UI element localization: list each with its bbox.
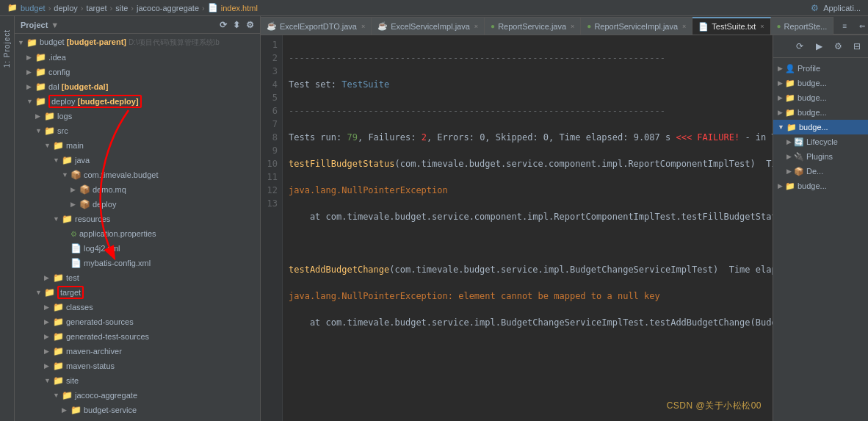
line-numbers: 1 2 3 4 5 6 7 8 9 10 11 12 13	[261, 35, 283, 421]
tree-item-logs[interactable]: ▶ 📁 logs	[15, 109, 260, 123]
settings-icon[interactable]: ⚙	[246, 20, 254, 30]
tree-item-demo-mq[interactable]: ▶ 📦 demo.mq	[15, 182, 260, 197]
editor-line-5: testFillBudgetStatus(com.timevale.budget…	[289, 157, 767, 170]
budget2-arrow: ▶	[778, 94, 783, 101]
tree-label-classes: classes	[66, 303, 93, 312]
breadcrumb-budget[interactable]: budget	[21, 4, 46, 12]
tab-close-report-impl[interactable]: ×	[682, 23, 686, 30]
maven-profile-item[interactable]: ▶ 👤 Profile	[773, 61, 868, 76]
maven-lifecycle[interactable]: ▶ 🔄 Lifecycle	[773, 134, 868, 149]
tab-icon-test-suite: 📄	[698, 22, 709, 32]
tree-item-dal[interactable]: ▶ 📁 dal [budget-dal]	[15, 79, 260, 94]
tree-item-jacoco-res[interactable]: ▶ 📁 jacoco-resources	[15, 417, 260, 421]
tab-action-btn1[interactable]: ≡	[836, 18, 853, 34]
maven-budget-active[interactable]: ▼ 📁 budge...	[773, 120, 868, 134]
tree-item-config[interactable]: ▶ 📁 config	[15, 65, 260, 79]
budget1-icon: 📁	[785, 79, 795, 88]
maven-deps[interactable]: ▶ 📦 De...	[773, 164, 868, 179]
tab-action-btn2[interactable]: ⇐	[854, 18, 868, 34]
tab-close-excel-export[interactable]: ×	[361, 23, 365, 30]
budget1-label: budge...	[798, 79, 827, 87]
tree-item-package-root[interactable]: ▼ 📦 com.timevale.budget	[15, 168, 260, 182]
tab-report-ste[interactable]: ● ReportSte...	[771, 17, 834, 35]
maven-run-btn[interactable]: ▶	[811, 38, 827, 54]
tab-label-test-suite: TestSuite.txt	[712, 22, 756, 31]
tab-test-suite[interactable]: 📄 TestSuite.txt ×	[692, 17, 770, 35]
tree-label-maven-arch: maven-archiver	[66, 347, 122, 356]
tree-label-budget-service: budget-service	[84, 406, 137, 414]
budget-last-label: budge...	[798, 181, 827, 190]
maven-budget-last[interactable]: ▶ 📁 budge...	[773, 179, 868, 193]
budget2-label: budge...	[798, 93, 827, 102]
breadcrumb-deploy[interactable]: deploy	[54, 4, 77, 12]
tree-item-target[interactable]: ▼ 📁 target	[15, 285, 260, 300]
tab-excel-service[interactable]: ☕ ExcelServiceImpl.java ×	[372, 17, 485, 35]
tab-report-service-impl[interactable]: ● ReportServiceImpl.java ×	[581, 17, 692, 35]
maven-budget-2[interactable]: ▶ 📁 budge...	[773, 90, 868, 105]
tab-excel-export[interactable]: ☕ ExcelExportDTO.java ×	[261, 17, 372, 35]
editor-line-3: ----------------------------------------…	[289, 104, 767, 118]
tree-label-java: java	[75, 156, 90, 165]
tree-label-gen-test-sources: generated-test-sources	[66, 332, 149, 341]
tree-item-main[interactable]: ▼ 📁 main	[15, 138, 260, 153]
maven-budget-1[interactable]: ▶ 📁 budge...	[773, 76, 868, 90]
lifecycle-arrow: ▶	[786, 138, 792, 145]
breadcrumb-site[interactable]: site	[115, 4, 128, 12]
editor-line-4: Tests run: 79, Failures: 2, Errors: 0, S…	[289, 131, 767, 144]
budget3-icon: 📁	[785, 108, 795, 118]
tree-item-mybatis[interactable]: ▶ 📄 mybatis-config.xml	[15, 256, 260, 270]
tree-item-site[interactable]: ▼ 📁 site	[15, 373, 260, 388]
editor-line-9: testAddBudgetChange(com.timevale.budget.…	[289, 263, 767, 276]
tree-item-deploy-pkg[interactable]: ▶ 📦 deploy	[15, 197, 260, 212]
maven-budget-3[interactable]: ▶ 📁 budge...	[773, 105, 868, 120]
tab-close-test-suite[interactable]: ×	[760, 23, 764, 30]
tree-item-java[interactable]: ▼ 📁 java	[15, 153, 260, 168]
breadcrumb-target[interactable]: target	[86, 4, 106, 12]
tree-item-root[interactable]: ▼ 📁 budget [budget-parent] D:\项目代码\预算管理系…	[15, 35, 260, 50]
project-vertical-tab[interactable]: 1: Project	[1, 24, 12, 73]
editor-tabs: ☕ ExcelExportDTO.java × ☕ ExcelServiceIm…	[261, 16, 868, 35]
maven-refresh-btn[interactable]: ⟳	[792, 38, 808, 54]
tree-item-app-props[interactable]: ▶ ⚙ application.properties	[15, 226, 260, 241]
tree-item-classes[interactable]: ▶ 📁 classes	[15, 300, 260, 314]
tab-icon-excel-export: ☕	[267, 21, 277, 31]
expand-icon[interactable]: ⬍	[233, 20, 240, 30]
tree-item-maven-arch[interactable]: ▶ 📁 maven-archiver	[15, 344, 260, 359]
tab-close-excel-service[interactable]: ×	[474, 23, 478, 30]
tree-label-mybatis: mybatis-config.xml	[84, 259, 151, 267]
tab-icon-report-ste: ●	[777, 22, 781, 30]
maven-plugins[interactable]: ▶ 🔌 Plugins	[773, 149, 868, 164]
tree-item-test[interactable]: ▶ 📁 test	[15, 270, 260, 285]
deps-icon: 📦	[794, 167, 804, 176]
tree-label-maven-status: maven-status	[66, 361, 115, 370]
tree-item-gen-sources[interactable]: ▶ 📁 generated-sources	[15, 314, 260, 329]
tree-item-maven-status[interactable]: ▶ 📁 maven-status	[15, 359, 260, 373]
tree-item-src[interactable]: ▼ 📁 src	[15, 123, 260, 138]
editor-text-content[interactable]: ----------------------------------------…	[283, 35, 773, 421]
tab-report-service[interactable]: ● ReportService.java ×	[485, 17, 581, 35]
tab-close-report-service[interactable]: ×	[571, 23, 574, 30]
header-dropdown-arrow[interactable]: ▼	[51, 21, 59, 29]
tree-item-gen-test-sources[interactable]: ▶ 📁 generated-test-sources	[15, 329, 260, 344]
breadcrumb-html: index.html	[221, 4, 258, 12]
tree-item-idea[interactable]: ▶ 📁 .idea	[15, 50, 260, 65]
plugins-icon: 🔌	[794, 152, 804, 162]
tree-label-app-props: application.properties	[79, 229, 156, 238]
tree-label-target: target	[57, 286, 84, 299]
tree-item-budget-service[interactable]: ▶ 📁 budget-service	[15, 403, 260, 417]
project-sidebar: Project ▼ ⟳ ⬍ ⚙ ▼ 📁 budget [budget-paren…	[15, 16, 261, 421]
maven-collapse-btn[interactable]: ⊟	[849, 38, 865, 54]
tab-label-report-service: ReportService.java	[498, 22, 566, 31]
sync-icon[interactable]: ⟳	[220, 20, 227, 30]
tree-item-deploy[interactable]: ▼ 📁 deploy [budget-deploy]	[15, 94, 260, 109]
profile-icon: 👤	[785, 64, 795, 73]
tree-item-resources[interactable]: ▼ 📁 resources	[15, 212, 260, 226]
breadcrumb-jacoco[interactable]: jacoco-aggregate	[137, 4, 199, 12]
tree-item-jacoco-agg[interactable]: ▼ 📁 jacoco-aggregate	[15, 388, 260, 403]
tree-label-main: main	[66, 141, 84, 150]
editor-line-10: java.lang.NullPointerException: element …	[289, 289, 767, 303]
tree-label-deploy-pkg: deploy	[93, 200, 116, 209]
tree-item-log4j[interactable]: ▶ 📄 log4j2.xml	[15, 241, 260, 256]
project-label: Project	[21, 21, 48, 29]
maven-settings-btn[interactable]: ⚙	[830, 38, 846, 54]
